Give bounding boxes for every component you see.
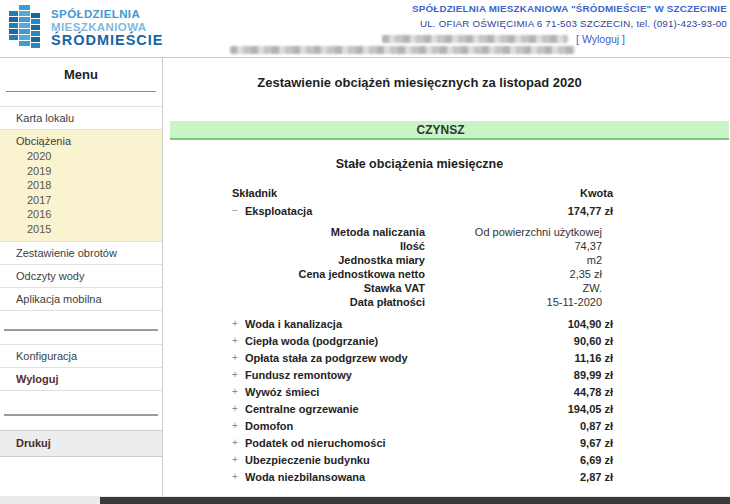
charge-detail-row: Data płatności15-11-2020 <box>232 295 613 309</box>
sidebar-item-aplikacja-mobilna[interactable]: Aplikacja mobilna <box>0 288 162 311</box>
charge-name[interactable]: Wywóz śmieci <box>245 386 319 398</box>
charge-row-left: +Opłata stała za podgrzew wody <box>232 352 408 364</box>
sidebar-year-2017[interactable]: 2017 <box>0 193 162 208</box>
detail-value: 15-11-2020 <box>425 296 613 308</box>
expand-icon[interactable]: + <box>232 437 245 448</box>
detail-label: Ilość <box>232 240 425 252</box>
charge-row-left: +Domofon <box>232 420 293 432</box>
charge-amount: 89,99 zł <box>574 369 613 381</box>
charge-name[interactable]: Woda i kanalizacja <box>245 318 342 330</box>
charge-name[interactable]: Eksploatacja <box>245 205 312 217</box>
expand-icon[interactable]: + <box>232 335 245 346</box>
charge-name[interactable]: Fundusz remontowy <box>245 369 352 381</box>
charge-row-left: +Woda i kanalizacja <box>232 318 342 330</box>
detail-label: Stawka VAT <box>232 282 425 294</box>
logo-text-line3: ŚRÓDMIEŚCIE <box>51 34 164 47</box>
charge-row-left: +Ubezpieczenie budynku <box>232 454 370 466</box>
logout-link[interactable]: [ Wyloguj ] <box>576 33 625 45</box>
page-header: SPÓŁDZIELNIA MIESZKANIOWA ŚRÓDMIEŚCIE SP… <box>0 0 730 58</box>
sidebar-item-wyloguj[interactable]: Wyloguj <box>0 368 162 391</box>
charge-name[interactable]: Centralne ogrzewanie <box>245 403 359 415</box>
sidebar-year-2016[interactable]: 2016 <box>0 207 162 222</box>
charge-row: −Eksploatacja174,77 zł <box>232 202 613 219</box>
sidebar-item-karta-lokalu[interactable]: Karta lokalu <box>0 107 162 130</box>
org-name: SPÓŁDZIELNIA MIESZKANIOWA "ŚRÓDMIEŚCIE" … <box>382 3 727 14</box>
charge-row: +Centralne ogrzewanie194,05 zł <box>232 400 613 417</box>
building-icon <box>8 3 44 55</box>
redacted-account-info <box>230 46 575 54</box>
sidebar: Menu Karta lokaluObciążenia2020201920182… <box>0 58 163 496</box>
detail-value: m2 <box>425 254 613 266</box>
charges-table-header: Składnik Kwota <box>232 184 613 202</box>
charge-row: +Opłata stała za podgrzew wody11,16 zł <box>232 349 613 366</box>
sidebar-title: Menu <box>6 58 156 92</box>
charge-name[interactable]: Domofon <box>245 420 293 432</box>
detail-value: ZW. <box>425 282 613 294</box>
detail-label: Jednostka miary <box>232 254 425 266</box>
detail-label: Metoda naliczania <box>232 226 425 238</box>
charge-row-left: +Fundusz remontowy <box>232 369 352 381</box>
sidebar-year-2015[interactable]: 2015 <box>0 222 162 237</box>
charge-row: +Podatek od nieruchomości9,67 zł <box>232 434 613 451</box>
section-subtitle: Stałe obciążenia miesięczne <box>164 157 675 171</box>
charge-row: +Domofon0,87 zł <box>232 417 613 434</box>
charge-amount: 9,67 zł <box>580 437 613 449</box>
expand-icon[interactable]: + <box>232 318 245 329</box>
expand-icon[interactable]: + <box>232 352 245 363</box>
charge-detail-row: Ilość74,37 <box>232 239 613 253</box>
charge-details: Metoda naliczaniaOd powierzchni użytkowe… <box>232 219 613 315</box>
expand-icon[interactable]: + <box>232 403 245 414</box>
main-content: Zestawienie obciążeń miesięcznych za lis… <box>164 58 730 496</box>
charge-amount: 44,78 zł <box>574 386 613 398</box>
charge-detail-row: Jednostka miarym2 <box>232 253 613 267</box>
charge-detail-row: Stawka VATZW. <box>232 281 613 295</box>
logo-text-line1: SPÓŁDZIELNIA <box>51 8 164 21</box>
detail-value: Od powierzchni użytkowej <box>425 226 613 238</box>
detail-label: Cena jednostkowa netto <box>232 268 425 280</box>
charges-table: Składnik Kwota −Eksploatacja174,77 złMet… <box>232 184 613 485</box>
charge-name[interactable]: Opłata stała za podgrzew wody <box>245 352 408 364</box>
charge-row: +Fundusz remontowy89,99 zł <box>232 366 613 383</box>
sidebar-item-konfiguracja[interactable]: Konfiguracja <box>0 345 162 368</box>
expand-icon[interactable]: + <box>232 369 245 380</box>
charge-name[interactable]: Ubezpieczenie budynku <box>245 454 370 466</box>
coop-logo: SPÓŁDZIELNIA MIESZKANIOWA ŚRÓDMIEŚCIE <box>8 3 164 55</box>
charge-amount: 90,60 zł <box>574 335 613 347</box>
sidebar-group-obciazenia: Obciążenia202020192018201720162015 <box>0 130 162 242</box>
charge-amount: 0,87 zł <box>580 420 613 432</box>
charge-name[interactable]: Podatek od nieruchomości <box>245 437 386 449</box>
sidebar-year-2020[interactable]: 2020 <box>0 149 162 164</box>
charge-amount: 194,05 zł <box>568 403 613 415</box>
sidebar-nav-secondary: KonfiguracjaWyloguj <box>0 344 162 391</box>
charge-amount: 2,87 zł <box>580 471 613 483</box>
charge-row-left: +Ciepła woda (podgrzanie) <box>232 335 378 347</box>
horizontal-scrollbar-thumb[interactable] <box>100 497 730 504</box>
expand-icon[interactable]: + <box>232 420 245 431</box>
charge-row: +Ciepła woda (podgrzanie)90,60 zł <box>232 332 613 349</box>
charge-row: +Ubezpieczenie budynku6,69 zł <box>232 451 613 468</box>
sidebar-year-2018[interactable]: 2018 <box>0 178 162 193</box>
charges-table-body: −Eksploatacja174,77 złMetoda naliczaniaO… <box>232 202 613 485</box>
sidebar-item-odczyty-wody[interactable]: Odczyty wody <box>0 265 162 288</box>
print-button[interactable]: Drukuj <box>0 430 162 457</box>
expand-icon[interactable]: + <box>232 386 245 397</box>
redacted-user-info <box>382 35 568 43</box>
charge-row-left: +Woda niezbilansowana <box>232 471 365 483</box>
collapse-icon[interactable]: − <box>232 205 245 216</box>
page-title: Zestawienie obciążeń miesięcznych za lis… <box>164 75 675 90</box>
charge-detail-row: Cena jednostkowa netto2,35 zł <box>232 267 613 281</box>
sidebar-item-obciazenia[interactable]: Obciążenia <box>0 130 162 149</box>
expand-icon[interactable]: + <box>232 454 245 465</box>
sidebar-item-zestawienie-obrotow[interactable]: Zestawienie obrotów <box>0 242 162 265</box>
charge-amount: 104,90 zł <box>568 318 613 330</box>
charge-amount: 6,69 zł <box>580 454 613 466</box>
charge-name[interactable]: Ciepła woda (podgrzanie) <box>245 335 378 347</box>
charge-row: +Woda niezbilansowana2,87 zł <box>232 468 613 485</box>
sidebar-year-2019[interactable]: 2019 <box>0 164 162 179</box>
charge-row: +Wywóz śmieci44,78 zł <box>232 383 613 400</box>
charge-amount: 11,16 zł <box>574 352 613 364</box>
org-info: SPÓŁDZIELNIA MIESZKANIOWA "ŚRÓDMIEŚCIE" … <box>382 3 727 45</box>
expand-icon[interactable]: + <box>232 471 245 482</box>
charge-name[interactable]: Woda niezbilansowana <box>245 471 365 483</box>
detail-value: 2,35 zł <box>425 268 613 280</box>
